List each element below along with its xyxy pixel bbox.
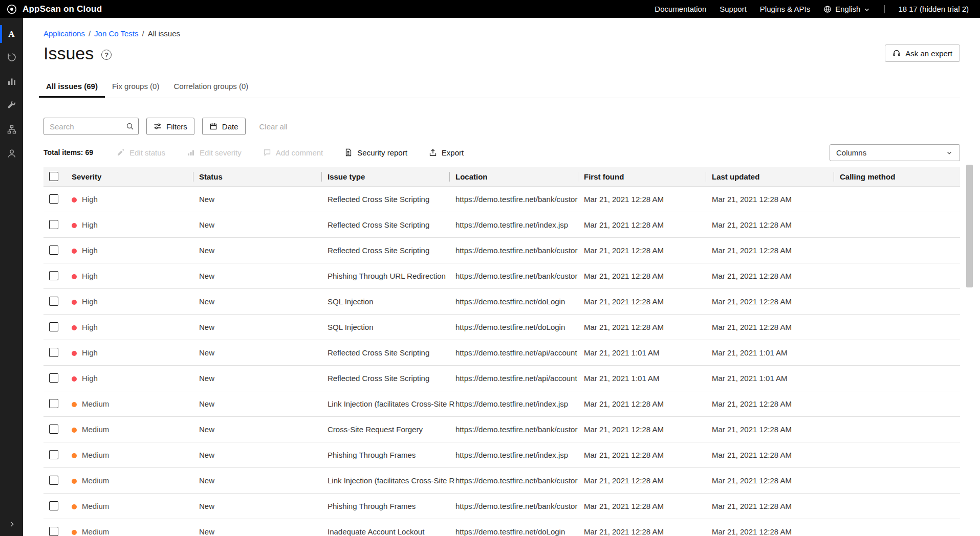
row-checkbox[interactable] [49,476,58,485]
issue-row[interactable]: High New SQL Injection https://demo.test… [43,288,960,314]
row-checkbox[interactable] [49,501,58,510]
language-selector[interactable]: English [823,5,871,13]
row-checkbox[interactable] [49,322,58,331]
first-found-cell: Mar 21, 2021 12:28 AM [584,442,712,467]
severity-dot [72,351,77,356]
location-cell: https://demo.testfire.net/api/account [455,340,584,365]
row-checkbox[interactable] [49,373,58,383]
row-checkbox[interactable] [49,297,58,306]
calling-method-cell [840,212,960,237]
column-header-severity[interactable]: Severity [72,167,199,186]
row-checkbox[interactable] [49,425,58,434]
row-checkbox[interactable] [49,271,58,280]
severity-dot [72,197,77,203]
row-checkbox[interactable] [49,348,58,357]
issue-row[interactable]: High New Phishing Through URL Redirectio… [43,263,960,288]
ask-expert-button[interactable]: Ask an expert [885,44,960,62]
issue-row[interactable]: High New Reflected Cross Site Scripting … [43,365,960,391]
column-header-status[interactable]: Status [199,167,328,186]
date-button[interactable]: Date [202,118,246,135]
row-checkbox[interactable] [49,245,58,255]
last-updated-cell: Mar 21, 2021 12:28 AM [712,391,840,416]
severity-cell: Medium [72,493,199,519]
row-checkbox[interactable] [49,220,58,229]
status-cell: New [199,314,328,340]
breadcrumb-applications[interactable]: Applications [43,29,85,38]
issue-row[interactable]: High New Reflected Cross Site Scripting … [43,237,960,263]
last-updated-cell: Mar 21, 2021 12:28 AM [712,416,840,442]
account-menu[interactable]: 18 17 (hidden trial 2) [898,5,969,13]
location-cell: https://demo.testfire.net/bank/custor [455,263,584,288]
issue-row[interactable]: High New Reflected Cross Site Scripting … [43,340,960,365]
tab-correlation-groups[interactable]: Correlation groups (0) [166,77,255,98]
issue-row[interactable]: High New Reflected Cross Site Scripting … [43,186,960,212]
sidebar-item-tools[interactable] [0,94,23,118]
issue-row[interactable]: Medium New Inadequate Account Lockout ht… [43,519,960,536]
security-report-button[interactable]: Security report [344,148,407,157]
sidebar-item-dashboards[interactable] [0,70,23,94]
issue-row[interactable]: Medium New Phishing Through Frames https… [43,493,960,519]
severity-label: High [82,246,98,255]
sidebar-expand-button[interactable] [0,518,23,533]
nav-plugins-apis[interactable]: Plugins & APIs [760,5,810,13]
severity-cell: Medium [72,442,199,467]
calling-method-cell [840,288,960,314]
network-icon [7,124,17,137]
row-checkbox[interactable] [49,450,58,459]
columns-dropdown[interactable]: Columns [830,144,960,161]
first-found-cell: Mar 21, 2021 12:28 AM [584,263,712,288]
columns-dropdown-label: Columns [836,148,866,157]
status-cell: New [199,263,328,288]
vertical-scrollbar-thumb[interactable] [966,165,973,287]
issue-row[interactable]: High New SQL Injection https://demo.test… [43,314,960,340]
breadcrumb: Applications/Jon Co Tests/All issues [43,29,960,38]
report-icon [344,148,353,157]
home-brand[interactable]: AppScan on Cloud [0,4,102,15]
column-header-issue-type[interactable]: Issue type [328,167,455,186]
tab-fix-groups[interactable]: Fix groups (0) [105,77,167,98]
edit-severity-button[interactable]: Edit severity [187,148,242,157]
issue-type-cell: Inadequate Account Lockout [328,519,455,536]
breadcrumb-application-name[interactable]: Jon Co Tests [94,29,138,38]
severity-label: High [82,272,98,280]
help-icon[interactable]: ? [101,50,112,60]
issue-row[interactable]: Medium New Cross-Site Request Forgery ht… [43,416,960,442]
filters-button[interactable]: Filters [146,118,194,135]
severity-dot [72,530,77,535]
sidebar-item-profile[interactable] [0,142,23,166]
issue-row[interactable]: Medium New Link Injection (facilitates C… [43,467,960,493]
location-cell: https://demo.testfire.net/bank/custor [455,186,584,212]
edit-status-button[interactable]: Edit status [117,148,165,157]
issue-row[interactable]: High New Reflected Cross Site Scripting … [43,212,960,237]
sidebar-item-scans[interactable] [0,46,23,70]
first-found-cell: Mar 21, 2021 12:28 AM [584,493,712,519]
last-updated-cell: Mar 21, 2021 12:28 AM [712,314,840,340]
row-checkbox[interactable] [49,399,58,408]
clear-all-link[interactable]: Clear all [259,122,288,131]
issue-type-cell: Reflected Cross Site Scripting [328,340,455,365]
export-label: Export [442,148,464,157]
status-cell: New [199,288,328,314]
search-input[interactable] [43,118,139,135]
select-all-checkbox[interactable] [49,172,58,181]
calling-method-cell [840,186,960,212]
search-box [43,118,139,135]
tab-all-issues[interactable]: All issues (69) [39,77,105,98]
issue-row[interactable]: Medium New Link Injection (facilitates C… [43,391,960,416]
severity-dot [72,274,77,279]
nav-support[interactable]: Support [720,5,747,13]
add-comment-button[interactable]: Add comment [263,148,323,157]
issue-row[interactable]: Medium New Phishing Through Frames https… [43,442,960,467]
row-checkbox[interactable] [49,194,58,204]
row-checkbox[interactable] [49,527,58,536]
column-header-last-updated[interactable]: Last updated [712,167,840,186]
column-header-calling-method[interactable]: Calling method [840,167,960,186]
nav-documentation[interactable]: Documentation [655,5,706,13]
sidebar-item-applications[interactable]: A [0,22,23,46]
sidebar-item-organization[interactable] [0,118,23,142]
severity-cell: High [72,263,199,288]
column-header-first-found[interactable]: First found [584,167,712,186]
export-button[interactable]: Export [429,148,464,157]
column-header-location[interactable]: Location [455,167,584,186]
severity-dot [72,453,77,458]
